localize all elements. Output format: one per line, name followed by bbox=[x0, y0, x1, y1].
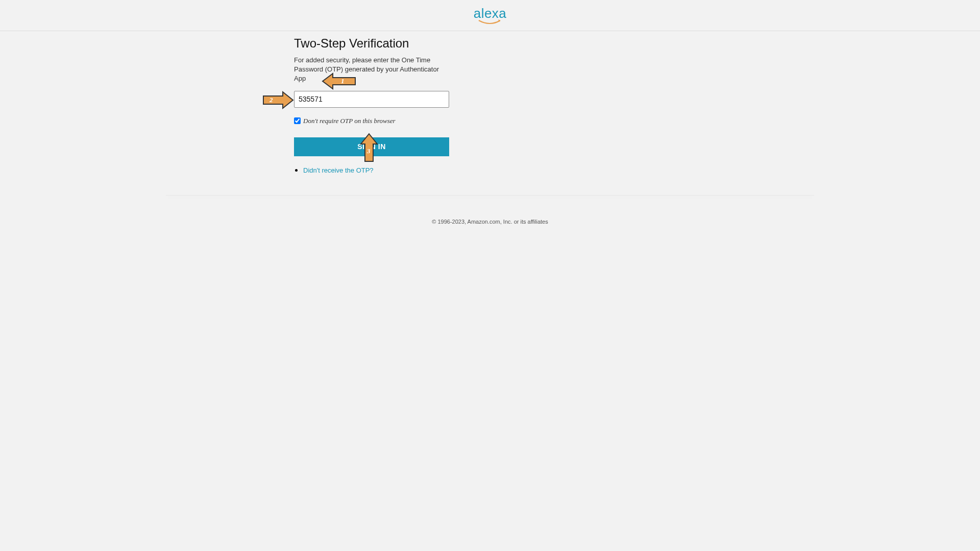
otp-input[interactable] bbox=[294, 91, 449, 108]
page-title: Two-Step Verification bbox=[294, 36, 449, 51]
footer: © 1996-2023, Amazon.com, Inc. or its aff… bbox=[0, 196, 980, 225]
help-list-item: Didn't receive the OTP? bbox=[303, 165, 449, 175]
main-content: Two-Step Verification For added security… bbox=[0, 31, 980, 195]
header: alexa bbox=[0, 0, 980, 31]
help-list: Didn't receive the OTP? bbox=[294, 165, 449, 175]
signin-button[interactable]: SIGN IN bbox=[294, 137, 449, 156]
smile-icon bbox=[478, 19, 502, 26]
verification-form: Two-Step Verification For added security… bbox=[294, 36, 449, 175]
remember-browser-label: Don't require OTP on this browser bbox=[303, 117, 396, 125]
form-description: For added security, please enter the One… bbox=[294, 56, 449, 84]
copyright-text: © 1996-2023, Amazon.com, Inc. or its aff… bbox=[432, 219, 548, 225]
alexa-logo[interactable]: alexa bbox=[474, 6, 507, 26]
didnt-receive-otp-link[interactable]: Didn't receive the OTP? bbox=[303, 166, 374, 174]
remember-browser-checkbox[interactable] bbox=[294, 117, 301, 124]
remember-browser-row: Don't require OTP on this browser bbox=[294, 117, 449, 125]
